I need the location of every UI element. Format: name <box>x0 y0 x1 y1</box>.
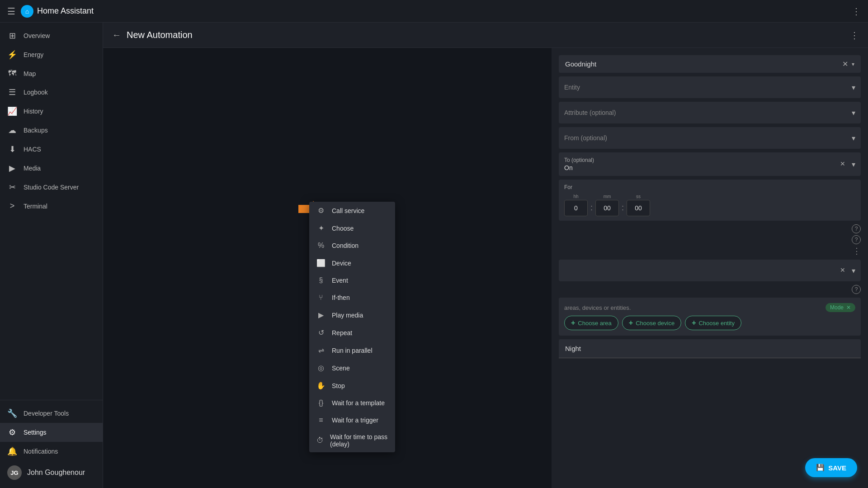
choose-icon: ✦ <box>316 224 326 232</box>
choose-entity-button[interactable]: + Choose entity <box>685 316 741 330</box>
editor-wrapper: Goodnight ✕ ▾ Entity ▾ Attrib <box>103 48 868 488</box>
ss-label: ss <box>636 194 641 199</box>
sidebar-item-logbook[interactable]: ☰ Logbook <box>0 83 103 102</box>
wait-template-icon: {} <box>316 399 326 407</box>
if-then-icon: ⑂ <box>316 294 326 302</box>
night-input[interactable] <box>559 339 861 358</box>
to-actions: ✕ ▾ <box>840 160 855 169</box>
sidebar-label-media: Media <box>24 165 41 172</box>
settings-icon: ⚙ <box>7 427 17 437</box>
wait-time-icon: ⏱ <box>316 436 324 445</box>
entity-dropdown-arrow: ▾ <box>852 83 855 92</box>
sidebar-label-notifications: Notifications <box>24 448 58 455</box>
page-header: ← New Automation ⋮ <box>103 23 868 48</box>
sidebar-item-settings[interactable]: ⚙ Settings <box>0 423 103 442</box>
help-button-3[interactable]: ? <box>852 285 861 294</box>
dropdown-item-repeat[interactable]: ↺ Repeat <box>309 324 395 341</box>
scene-dropdown[interactable]: ✕ ▾ <box>559 260 861 281</box>
mm-input[interactable] <box>595 200 619 216</box>
scene-clear-icon[interactable]: ✕ <box>840 266 845 275</box>
sidebar-item-media[interactable]: ▶ Media <box>0 159 103 178</box>
entity-placeholder: Entity <box>564 84 580 91</box>
dropdown-item-event[interactable]: § Event <box>309 272 395 289</box>
time-inputs: hh : mm : ss <box>564 194 855 216</box>
sidebar-item-studio-code[interactable]: ✂ Studio Code Server <box>0 178 103 197</box>
goodnight-expand-icon[interactable]: ▾ <box>852 61 854 67</box>
ss-input[interactable] <box>627 200 650 216</box>
save-button[interactable]: 💾 SAVE <box>805 458 857 477</box>
attribute-placeholder: Attribute (optional) <box>564 109 616 116</box>
entity-dropdown[interactable]: Entity ▾ <box>559 76 861 98</box>
page-more-icon[interactable]: ⋮ <box>850 30 859 41</box>
goodnight-close-icon[interactable]: ✕ <box>842 60 848 68</box>
avatar: JG <box>7 465 22 480</box>
sidebar: ⊞ Overview ⚡ Energy 🗺 Map ☰ Logbook 📈 Hi… <box>0 23 103 488</box>
terminal-icon: > <box>7 201 17 211</box>
dropdown-item-stop[interactable]: ✋ Stop <box>309 377 395 394</box>
hacs-icon: ⬇ <box>7 144 17 154</box>
dropdown-item-scene[interactable]: ◎ Scene <box>309 359 395 377</box>
hh-input[interactable] <box>564 200 588 216</box>
areas-text: areas, devices or entities. <box>564 304 826 311</box>
sidebar-user[interactable]: JG John Goughenour <box>0 461 103 484</box>
back-button[interactable]: ← <box>112 30 121 40</box>
time-sep-2: : <box>621 203 625 213</box>
dropdown-item-wait-for-trigger[interactable]: ≡ Wait for a trigger <box>309 412 395 429</box>
sidebar-item-overview[interactable]: ⊞ Overview <box>0 26 103 45</box>
hh-label: hh <box>573 194 578 199</box>
mode-badge-close[interactable]: ✕ <box>846 304 851 311</box>
dropdown-item-wait-for-template[interactable]: {} Wait for a template <box>309 394 395 412</box>
scene-field: ✕ ▾ <box>559 260 861 281</box>
sidebar-item-terminal[interactable]: > Terminal <box>0 197 103 215</box>
sidebar-item-notifications[interactable]: 🔔 Notifications <box>0 442 103 461</box>
save-icon: 💾 <box>816 464 825 472</box>
dropdown-label-run-in-parallel: Run in parallel <box>332 347 373 354</box>
choose-device-button[interactable]: + Choose device <box>622 316 681 330</box>
sidebar-item-hacs[interactable]: ⬇ HACS <box>0 140 103 159</box>
dropdown-label-if-then: If-then <box>332 294 350 301</box>
sidebar-item-history[interactable]: 📈 History <box>0 102 103 121</box>
sidebar-item-energy[interactable]: ⚡ Energy <box>0 45 103 64</box>
device-icon: ⬜ <box>316 259 326 267</box>
dropdown-item-if-then[interactable]: ⑂ If-then <box>309 289 395 306</box>
event-icon: § <box>316 276 326 284</box>
ss-group: ss <box>627 194 650 216</box>
condition-icon: % <box>316 242 326 250</box>
sidebar-item-map[interactable]: 🗺 Map <box>0 64 103 83</box>
backups-icon: ☁ <box>7 125 17 135</box>
to-field: To (optional) On ✕ ▾ <box>559 152 861 176</box>
choose-area-button[interactable]: + Choose area <box>564 316 618 330</box>
goodnight-actions: ✕ ▾ <box>842 60 854 68</box>
dropdown-label-call-service: Call service <box>332 207 364 214</box>
dropdown-item-condition[interactable]: % Condition <box>309 237 395 254</box>
dropdown-item-run-in-parallel[interactable]: ⇌ Run in parallel <box>309 341 395 359</box>
mode-badge-label: Mode <box>830 304 844 311</box>
from-field: From (optional) ▾ <box>559 127 861 149</box>
three-dots-button[interactable]: ⋮ <box>853 246 861 256</box>
dropdown-label-wait-for-time: Wait for time to pass (delay) <box>330 433 388 448</box>
run-in-parallel-icon: ⇌ <box>316 346 326 355</box>
sidebar-item-dev-tools[interactable]: 🔧 Developer Tools <box>0 404 103 423</box>
sidebar-item-backups[interactable]: ☁ Backups <box>0 121 103 140</box>
dropdown-item-choose[interactable]: ✦ Choose <box>309 219 395 237</box>
dropdown-item-wait-for-time[interactable]: ⏱ Wait for time to pass (delay) <box>309 429 395 452</box>
dropdown-item-play-media[interactable]: ▶ Play media <box>309 306 395 324</box>
topbar: ☰ ⌂ Home Assistant ⋮ <box>0 0 868 23</box>
menu-icon[interactable]: ☰ <box>7 6 15 17</box>
topbar-more-icon[interactable]: ⋮ <box>852 6 861 17</box>
dropdown-item-device[interactable]: ⬜ Device <box>309 254 395 272</box>
wait-trigger-icon: ≡ <box>316 416 326 424</box>
page-title: New Automation <box>127 30 193 40</box>
to-clear-icon[interactable]: ✕ <box>840 160 845 169</box>
goodnight-header: Goodnight ✕ ▾ <box>559 55 861 73</box>
goodnight-title: Goodnight <box>565 60 596 68</box>
from-dropdown[interactable]: From (optional) ▾ <box>559 127 861 149</box>
help-button-1[interactable]: ? <box>852 224 861 233</box>
to-dropdown[interactable]: To (optional) On ✕ ▾ <box>559 152 861 176</box>
attribute-dropdown[interactable]: Attribute (optional) ▾ <box>559 102 861 123</box>
sidebar-label-overview: Overview <box>24 32 50 39</box>
help-row-2: ? <box>559 235 861 244</box>
help-button-2[interactable]: ? <box>852 235 861 244</box>
dropdown-item-call-service[interactable]: ⚙ Call service <box>309 202 395 219</box>
for-section: For hh : mm : ss <box>559 180 861 221</box>
